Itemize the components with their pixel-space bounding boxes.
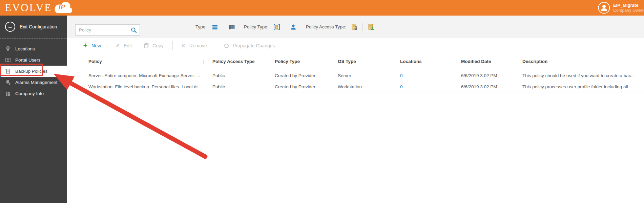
user-name: EIP_Migrate (613, 3, 644, 8)
exit-configuration-label: Exit Configuration (20, 24, 57, 29)
filter-bar: Type: Policy Type: (67, 16, 644, 38)
policy-search-box (75, 24, 140, 36)
cell-modified-date: 6/6/2019 3:02 PM (461, 73, 522, 78)
policy-access-type-filter-group: Policy Access Type: (306, 16, 376, 38)
cell-policy-access-type: Public (212, 73, 275, 78)
column-header-locations[interactable]: Locations (400, 59, 461, 64)
copy-icon (143, 43, 149, 49)
top-header: EVOLVE IP EIP_Migrate Company Owner (0, 0, 644, 16)
column-header-description[interactable]: Description (522, 59, 644, 64)
type-filter-group: Type: (195, 16, 236, 38)
column-header-policy[interactable]: Policy (67, 59, 212, 64)
alarm-bell-gear-icon (5, 80, 11, 85)
policy-type-filter-group: Policy Type: (244, 16, 298, 38)
cell-policy-type: Created by Provider (275, 84, 338, 89)
user-policy-icon[interactable] (289, 22, 298, 32)
main-content: Type: Policy Type: (67, 16, 644, 203)
cloud-icon: IP (53, 1, 74, 15)
sidebar-item-company-info[interactable]: Company Info (0, 88, 67, 99)
locations-link[interactable]: 0 (400, 84, 403, 89)
policy-type-filter-label: Policy Type: (244, 24, 269, 29)
toolbar: New Edit Copy Remove (67, 38, 644, 53)
plus-icon (82, 43, 88, 49)
column-header-modified-date[interactable]: Modified Date (461, 59, 522, 64)
sidebar: Exit Configuration Locations Portal User… (0, 16, 67, 203)
cell-locations: 0 (400, 73, 461, 78)
new-button[interactable]: New (82, 43, 101, 49)
server-type-icon[interactable] (210, 22, 220, 32)
cell-description: This policy should be used if you want t… (522, 73, 644, 78)
public-access-icon[interactable] (366, 22, 376, 32)
cell-description: This policy processes user profile folde… (522, 84, 644, 89)
copy-button[interactable]: Copy (143, 43, 164, 49)
sidebar-item-alarms-management[interactable]: Alarms Management (0, 77, 67, 88)
sync-icon (224, 43, 230, 49)
propagate-changes-button[interactable]: Propagate Changes (224, 43, 275, 49)
type-filter-label: Type: (195, 24, 207, 29)
sidebar-item-label: Alarms Management (15, 80, 58, 85)
cell-policy-access-type: Public (212, 84, 275, 89)
column-header-os-type[interactable]: OS Type (338, 59, 400, 64)
column-header-policy-access-type[interactable]: Policy Access Type (212, 59, 275, 64)
exit-configuration-button[interactable]: Exit Configuration (0, 16, 67, 38)
locations-link[interactable]: 0 (400, 73, 403, 78)
x-icon (180, 43, 186, 49)
cell-modified-date: 6/6/2019 3:02 PM (461, 84, 522, 89)
location-pin-icon (5, 46, 11, 52)
user-avatar-icon[interactable] (598, 2, 610, 14)
filter-separator (223, 23, 223, 31)
logo-text: EVOLVE (5, 1, 52, 15)
portal-user-icon (5, 57, 11, 63)
column-header-policy-type[interactable]: Policy Type (275, 59, 338, 64)
sidebar-item-label: Portal Users (15, 58, 40, 63)
cell-policy: Server: Entire computer. Microsoft Excha… (67, 73, 212, 78)
user-menu[interactable]: EIP_Migrate Company Owner (598, 2, 644, 14)
back-arrow-icon (5, 22, 15, 32)
policy-search-input[interactable] (76, 27, 131, 32)
table-row[interactable]: Workstation: File level backup. Personal… (67, 81, 644, 92)
filter-separator (285, 23, 285, 31)
cell-locations: 0 (400, 84, 461, 89)
logo-badge: IP (59, 3, 65, 11)
cell-policy-type: Created by Provider (275, 73, 338, 78)
workstation-type-icon[interactable] (227, 22, 236, 32)
sidebar-item-portal-users[interactable]: Portal Users (0, 54, 67, 66)
remove-button[interactable]: Remove (180, 43, 207, 49)
toolbar-separator (216, 41, 216, 50)
provider-policy-icon[interactable] (272, 22, 282, 32)
toolbar-separator (172, 41, 173, 50)
cell-os-type: Server (338, 73, 400, 78)
sidebar-item-label: Company Info (15, 91, 44, 96)
sidebar-nav: Locations Portal Users Backup Policies (0, 43, 67, 99)
cell-policy: Workstation: File level backup. Personal… (67, 84, 212, 89)
sort-ascending-icon (203, 59, 205, 64)
table-row[interactable]: Server: Entire computer. Microsoft Excha… (67, 70, 644, 81)
evolveip-logo: EVOLVE IP (5, 1, 74, 15)
search-icon[interactable] (131, 27, 137, 33)
sidebar-item-locations[interactable]: Locations (0, 43, 67, 54)
private-access-icon[interactable] (350, 22, 359, 32)
user-info: EIP_Migrate Company Owner (613, 3, 644, 13)
cell-os-type: Workstation (338, 84, 400, 89)
user-role: Company Owner (613, 8, 644, 13)
policies-table: Policy Policy Access Type Policy Type OS… (67, 53, 644, 92)
backup-policies-scroll-icon (5, 68, 11, 74)
edit-button[interactable]: Edit (115, 43, 132, 49)
sidebar-item-backup-policies[interactable]: Backup Policies (0, 66, 67, 77)
sidebar-item-label: Backup Policies (15, 69, 47, 74)
filter-separator (362, 23, 363, 31)
sidebar-divider (0, 38, 67, 39)
sidebar-item-label: Locations (15, 46, 35, 51)
table-header-row: Policy Policy Access Type Policy Type OS… (67, 53, 644, 70)
company-building-icon (5, 91, 11, 96)
policy-access-type-filter-label: Policy Access Type: (306, 24, 346, 29)
pencil-icon (115, 43, 121, 49)
